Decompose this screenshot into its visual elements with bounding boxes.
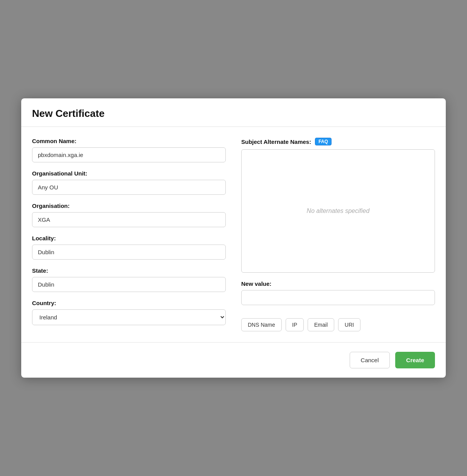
dialog-title: New Certificate [32,108,435,120]
san-textarea-container: No alternates specified [241,149,435,273]
left-column: Common Name: Organisational Unit: Organi… [32,138,226,333]
state-label: State: [32,267,226,274]
ip-button[interactable]: IP [286,318,304,331]
create-button[interactable]: Create [395,352,435,368]
san-buttons: DNS Name IP Email URI [241,318,435,331]
org-unit-group: Organisational Unit: [32,170,226,195]
new-value-group: New value: [241,280,435,311]
common-name-input[interactable] [32,147,226,162]
new-certificate-dialog: New Certificate Common Name: Organisatio… [21,98,446,378]
locality-input[interactable] [32,245,226,260]
country-label: Country: [32,300,226,306]
email-button[interactable]: Email [308,318,334,331]
san-placeholder: No alternates specified [307,208,370,214]
right-column: Subject Alternate Names: FAQ No alternat… [241,138,435,333]
country-select[interactable]: Ireland United Kingdom United States Ger… [32,309,226,325]
organisation-label: Organisation: [32,203,226,209]
common-name-label: Common Name: [32,138,226,144]
country-group: Country: Ireland United Kingdom United S… [32,300,226,325]
dialog-footer: Cancel Create [21,342,446,378]
locality-label: Locality: [32,235,226,241]
dns-name-button[interactable]: DNS Name [241,318,282,331]
san-header: Subject Alternate Names: FAQ [241,138,435,145]
faq-badge[interactable]: FAQ [315,138,332,145]
dialog-header: New Certificate [21,98,446,127]
new-value-label: New value: [241,280,435,287]
cancel-button[interactable]: Cancel [350,352,390,368]
new-value-input[interactable] [241,290,435,305]
organisation-group: Organisation: [32,203,226,227]
dialog-body: Common Name: Organisational Unit: Organi… [21,127,446,333]
organisation-input[interactable] [32,212,226,227]
state-group: State: [32,267,226,292]
state-input[interactable] [32,277,226,292]
locality-group: Locality: [32,235,226,260]
common-name-group: Common Name: [32,138,226,162]
org-unit-input[interactable] [32,180,226,195]
org-unit-label: Organisational Unit: [32,170,226,177]
uri-button[interactable]: URI [338,318,360,331]
san-label: Subject Alternate Names: [241,138,311,145]
